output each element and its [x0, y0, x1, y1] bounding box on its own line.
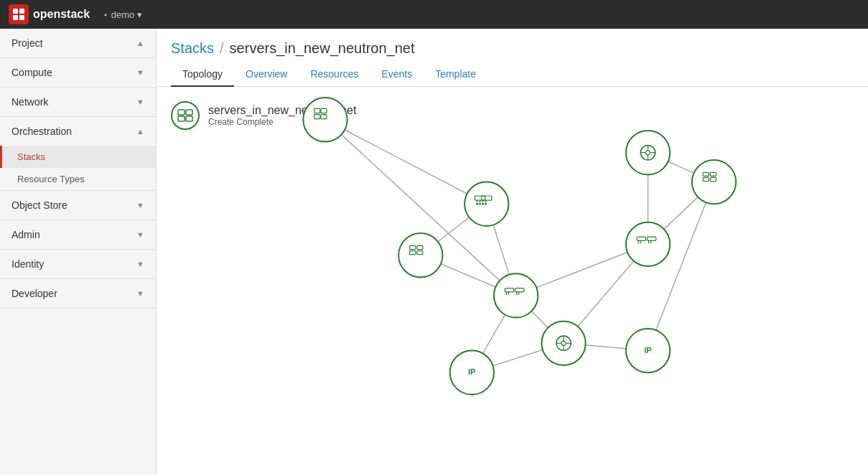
object-store-chevron: ▼	[136, 201, 144, 210]
sidebar-section-orchestration: Orchestration ▲ Stacks Resource Types	[0, 117, 156, 191]
tab-template[interactable]: Template	[424, 62, 487, 87]
sidebar-section-admin: Admin ▼	[0, 220, 156, 250]
svg-rect-0	[13, 9, 18, 14]
logo-text: openstack	[33, 8, 90, 21]
sidebar-identity-label: Identity	[11, 258, 44, 270]
user-menu-label: demo	[111, 9, 135, 20]
network-chevron: ▼	[136, 98, 144, 106]
node-n4[interactable]	[494, 273, 538, 317]
sidebar-section-identity: Identity ▼	[0, 250, 156, 279]
node-n7[interactable]	[626, 222, 670, 266]
breadcrumb: Stacks / servers_in_new_neutron_net	[157, 29, 868, 62]
svg-rect-3	[19, 15, 24, 20]
svg-point-20	[482, 203, 484, 205]
tab-resources[interactable]: Resources	[299, 62, 370, 87]
node-n3[interactable]	[398, 233, 442, 277]
orchestration-chevron: ▲	[136, 127, 144, 136]
top-navigation: openstack demo ▾	[0, 0, 868, 29]
identity-chevron: ▼	[136, 260, 144, 268]
admin-chevron: ▼	[136, 230, 144, 239]
sidebar-section-compute-header[interactable]: Compute ▼	[0, 58, 156, 87]
sidebar-section-compute: Compute ▼	[0, 58, 156, 88]
topology-graph: IP	[157, 87, 868, 475]
svg-point-18	[476, 203, 478, 205]
logo-icon	[9, 4, 29, 24]
compute-chevron: ▼	[136, 68, 144, 77]
svg-point-21	[485, 203, 487, 205]
tabs-bar: Topology Overview Resources Events Templ…	[157, 62, 868, 87]
sidebar-admin-label: Admin	[11, 229, 40, 240]
tab-topology[interactable]: Topology	[171, 62, 234, 87]
sidebar-compute-label: Compute	[11, 67, 52, 78]
sidebar-network-label: Network	[11, 96, 48, 108]
node-n8-label: IP	[644, 346, 652, 354]
sidebar-section-project-header[interactable]: Project ▲	[0, 29, 156, 57]
tab-overview[interactable]: Overview	[234, 62, 299, 87]
sidebar-section-developer-header[interactable]: Developer ▼	[0, 279, 156, 308]
user-menu-button[interactable]: demo ▾	[104, 9, 142, 20]
sidebar-section-network-header[interactable]: Network ▼	[0, 88, 156, 116]
topology-panel: servers_in_new_neutron_net Create Comple…	[157, 87, 868, 475]
sidebar-object-store-label: Object Store	[11, 199, 67, 211]
breadcrumb-current: servers_in_new_neutron_net	[230, 40, 415, 57]
sidebar-section-identity-header[interactable]: Identity ▼	[0, 250, 156, 278]
main-layout: Project ▲ Compute ▼ Network ▼ Orchestrat…	[0, 29, 868, 475]
svg-rect-1	[19, 9, 24, 14]
svg-rect-2	[13, 15, 18, 20]
breadcrumb-parent[interactable]: Stacks	[171, 40, 214, 57]
node-n10[interactable]	[626, 131, 670, 174]
sidebar-item-stacks[interactable]: Stacks	[0, 146, 156, 168]
sidebar-section-object-store: Object Store ▼	[0, 191, 156, 220]
node-n6[interactable]	[541, 321, 585, 365]
svg-point-19	[479, 203, 481, 205]
sidebar-developer-label: Developer	[11, 288, 57, 299]
project-chevron: ▲	[136, 39, 144, 47]
sidebar-section-developer: Developer ▼	[0, 279, 156, 309]
dropdown-icon: ▾	[137, 9, 142, 20]
logo: openstack	[9, 4, 90, 24]
content-area: Stacks / servers_in_new_neutron_net Topo…	[157, 29, 868, 475]
node-n9[interactable]	[692, 160, 736, 204]
sidebar-project-label: Project	[11, 37, 43, 49]
sidebar-orchestration-label: Orchestration	[11, 126, 72, 137]
edge-n8-n9	[648, 182, 714, 351]
sidebar-section-project: Project ▲	[0, 29, 156, 58]
sidebar-section-admin-header[interactable]: Admin ▼	[0, 220, 156, 249]
sidebar: Project ▲ Compute ▼ Network ▼ Orchestrat…	[0, 29, 157, 475]
edge-n1-n2	[325, 120, 487, 204]
node-n5-label: IP	[468, 367, 476, 376]
sidebar-section-network: Network ▼	[0, 88, 156, 117]
sidebar-item-resource-types[interactable]: Resource Types	[0, 168, 156, 190]
sidebar-section-object-store-header[interactable]: Object Store ▼	[0, 191, 156, 220]
node-n1[interactable]	[303, 98, 347, 141]
tab-events[interactable]: Events	[370, 62, 424, 87]
sidebar-section-orchestration-header[interactable]: Orchestration ▲	[0, 117, 156, 146]
breadcrumb-separator: /	[220, 40, 224, 57]
developer-chevron: ▼	[136, 289, 144, 298]
